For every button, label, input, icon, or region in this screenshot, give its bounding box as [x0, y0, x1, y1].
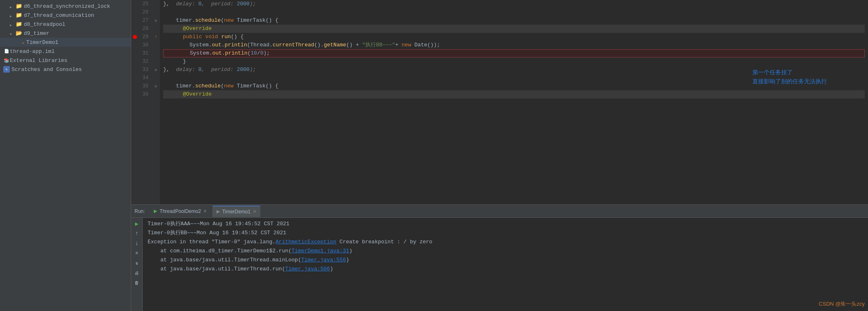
threadpool-tab-label: ThreadPoolDemo2: [159, 208, 201, 214]
sidebar-item-d7[interactable]: 📁 d7_thread_comunication: [0, 11, 131, 20]
folder-icon: 📁: [16, 3, 22, 9]
editor-area: 25 26 27 28 29 30 31 32 33 34 35 36 ◇ ↑: [131, 0, 868, 311]
gutter-33: ◇: [152, 66, 160, 74]
sidebar-item-d8[interactable]: 📁 d8_threadpool: [0, 20, 131, 29]
line-num-34: 34: [134, 74, 148, 82]
gutter-34: [152, 74, 160, 82]
chevron-right-icon: [10, 13, 15, 18]
library-icon: 📚: [3, 57, 10, 64]
threadpool-tab-icon: ▶: [154, 208, 157, 214]
code-line-28: @Override: [163, 25, 865, 33]
folder-open-icon: 📂: [16, 30, 22, 37]
line-num-27: 27: [134, 16, 148, 25]
sidebar-item-label: Scratches and Consoles: [11, 66, 82, 73]
sidebar-item-d9[interactable]: 📂 d9_timer: [0, 29, 131, 38]
wrap-button[interactable]: ≡: [133, 249, 141, 257]
sidebar-item-d6[interactable]: 📁 d6_thread_synchronized_lock: [0, 2, 131, 11]
scroll-up-button[interactable]: ↑: [133, 229, 141, 238]
output-line-6: at java.base/java.util.TimerThread.run(T…: [148, 265, 863, 274]
iml-file-icon: 📄: [3, 48, 10, 55]
sidebar-item-scratches[interactable]: ✎ Scratches and Consoles: [0, 65, 131, 74]
folder-icon: 📁: [16, 12, 22, 18]
gutter-29: ↑: [152, 33, 160, 41]
code-line-32: }: [163, 57, 865, 66]
gutter-27: ◇: [152, 16, 160, 25]
gutter-26: [152, 8, 160, 16]
run-output[interactable]: Timer-0执行AAA~~~Mon Aug 16 19:45:52 CST 2…: [143, 218, 868, 311]
code-line-26: [163, 8, 865, 16]
code-line-31: System.out.println(10/0);: [163, 49, 865, 57]
run-tabs: Run: ▶ ThreadPoolDemo2 ✕ ▶ TimerDemo1 ✕: [131, 205, 868, 218]
main-container: 📁 d6_thread_synchronized_lock 📁 d7_threa…: [0, 0, 868, 311]
timer-java-556-link[interactable]: Timer.java:556: [301, 257, 346, 263]
run-button[interactable]: ▶: [133, 220, 141, 228]
print-button[interactable]: 🖨: [133, 269, 141, 277]
line-num-26: 26: [134, 8, 148, 16]
line-num-29[interactable]: 29: [134, 33, 148, 41]
tab-threadpooldemo2[interactable]: ▶ ThreadPoolDemo2 ✕: [150, 206, 211, 217]
gutter-32: [152, 57, 160, 66]
scroll-down-button[interactable]: ↓: [133, 239, 141, 247]
gutter-31: [152, 49, 160, 57]
run-panel: Run: ▶ ThreadPoolDemo2 ✕ ▶ TimerDemo1 ✕: [131, 204, 868, 311]
arithmetic-exception-link[interactable]: ArithmeticException: [276, 239, 336, 245]
sidebar-item-label: d8_threadpool: [24, 21, 65, 27]
code-line-25: }, delay: 0, period: 2000);: [163, 0, 865, 8]
line-numbers: 25 26 27 28 29 30 31 32 33 34 35 36: [131, 0, 152, 204]
line-num-33: 33: [134, 66, 148, 74]
threadpool-tab-close[interactable]: ✕: [203, 209, 207, 213]
timerdemo1-tab-label: TimerDemo1: [222, 209, 251, 215]
code-line-36: @Override: [163, 90, 865, 98]
chinese-annotation: 第一个任务挂了 直接影响了别的任务无法执行: [752, 68, 827, 86]
timerdemo1-java-31-link[interactable]: TimerDemo1.java:31: [292, 248, 349, 254]
code-line-30: System.out.println(Thread.currentThread(…: [163, 41, 865, 49]
sort-button[interactable]: ⇅: [133, 259, 141, 267]
timer-java-506-link[interactable]: Timer.java:506: [285, 266, 330, 272]
sidebar-item-label: d7_thread_comunication: [24, 12, 94, 18]
folder-icon: 📁: [16, 21, 22, 27]
sidebar-item-label: External Libraries: [10, 57, 67, 64]
line-num-30: 30: [134, 41, 148, 49]
run-label: Run:: [134, 208, 145, 214]
csdn-watermark: CSDN @朱一头zcy: [819, 300, 865, 308]
code-content[interactable]: }, delay: 0, period: 2000); timer.schedu…: [160, 0, 868, 204]
gutter-area: ◇ ↑ ◇ ◇: [152, 0, 160, 204]
sidebar-item-iml[interactable]: 📄 thread-app.iml: [0, 47, 131, 56]
sidebar-item-label: d6_thread_synchronized_lock: [24, 3, 110, 9]
clear-button[interactable]: 🗑: [133, 279, 141, 287]
chinese-line1: 第一个任务挂了: [752, 68, 827, 77]
gutter-28: [152, 25, 160, 33]
timerdemo1-tab-icon: ▶: [216, 209, 220, 214]
gutter-36: [152, 90, 160, 98]
output-line-2: Timer-0执行BB~~~Mon Aug 16 19:45:52 CST 20…: [148, 229, 863, 238]
line-num-36: 36: [134, 90, 148, 98]
output-line-4: at com.itheima.d9_timer.TimerDemo1$2.run…: [148, 247, 863, 256]
java-file-icon: ☕: [20, 39, 26, 46]
scratch-icon: ✎: [3, 66, 10, 73]
line-num-31: 31: [134, 49, 148, 57]
code-line-29: public void run() {: [163, 33, 865, 41]
sidebar-item-label: thread-app.iml: [10, 48, 55, 55]
line-num-32: 32: [134, 57, 148, 66]
sidebar: 📁 d6_thread_synchronized_lock 📁 d7_threa…: [0, 0, 131, 311]
output-line-5: at java.base/java.util.TimerThread.mainL…: [148, 256, 863, 265]
sidebar-item-extlibs[interactable]: 📚 External Libraries: [0, 56, 131, 65]
tab-timerdemo1[interactable]: ▶ TimerDemo1 ✕: [212, 206, 260, 217]
timerdemo1-tab-close[interactable]: ✕: [253, 209, 256, 214]
output-line-3: Exception in thread "Timer-0" java.lang.…: [148, 238, 863, 247]
sidebar-item-timerdemo1[interactable]: ☕ TimerDemo1: [0, 38, 131, 47]
run-toolbar: ▶ ↑ ↓ ≡ ⇅ 🖨 🗑: [131, 218, 143, 311]
chevron-right-icon: [10, 22, 15, 27]
run-content: ▶ ↑ ↓ ≡ ⇅ 🖨 🗑 Timer-0执行AAA~~~Mon Aug 16 …: [131, 218, 868, 311]
chinese-line2: 直接影响了别的任务无法执行: [752, 77, 827, 86]
gutter-25: [152, 0, 160, 8]
sidebar-item-label: d9_timer: [24, 30, 49, 37]
code-editor[interactable]: 25 26 27 28 29 30 31 32 33 34 35 36 ◇ ↑: [131, 0, 868, 204]
gutter-30: [152, 41, 160, 49]
chevron-down-icon: [10, 31, 15, 36]
gutter-35: ◇: [152, 82, 160, 90]
line-num-35: 35: [134, 82, 148, 90]
code-line-27: timer.schedule(new TimerTask() {: [163, 16, 865, 25]
chevron-right-icon: [10, 4, 15, 9]
line-num-28: 28: [134, 25, 148, 33]
